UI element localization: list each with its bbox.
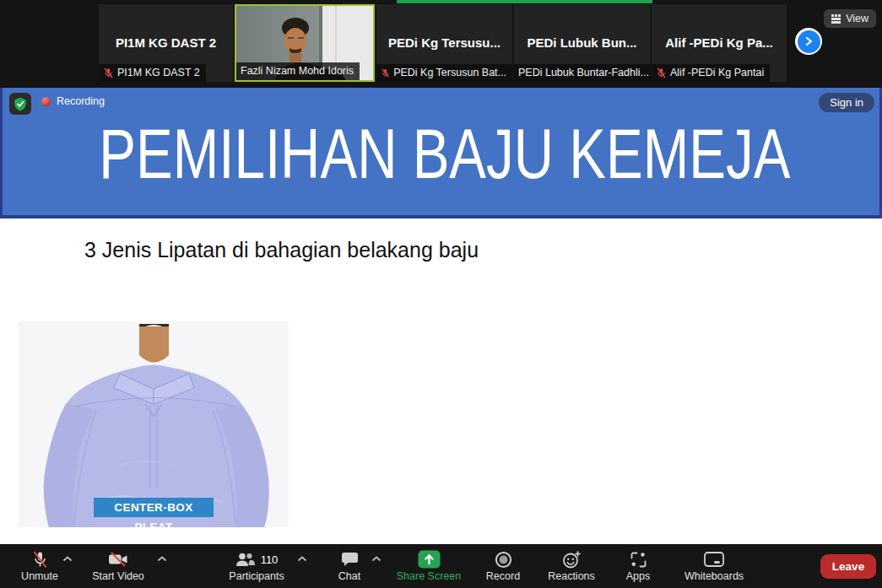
zoom-meeting-window: PI1M KG DAST 2 PI1M KG DAST 2 (0, 0, 882, 588)
participant-name-label: PEDi Lubuk Buntar-Fadhli... (514, 64, 650, 82)
reactions-button[interactable]: Reactions (544, 544, 599, 588)
participant-tile[interactable]: PEDi Lubuk Bun... PEDi Lubuk Buntar-Fadh… (514, 4, 650, 82)
participants-options-caret-icon[interactable] (297, 556, 307, 562)
gallery-view-icon (831, 14, 841, 24)
leave-button[interactable]: Leave (820, 554, 876, 579)
chevron-right-icon (803, 35, 814, 47)
slide-title-band: PEMILIHAN BAJU KEMEJA Recording Sign in (0, 88, 882, 218)
record-button[interactable]: Record (479, 544, 527, 588)
participants-button[interactable]: 110 Participants (216, 544, 297, 588)
participant-name-label: PI1M KG DAST 2 (99, 64, 206, 82)
participant-tile[interactable]: PEDi Kg Tersusu... PEDi Kg Tersusun Bat.… (376, 4, 512, 82)
chat-button[interactable]: Chat (327, 544, 371, 588)
participant-display-name: PEDi Kg Tersusu... (376, 35, 512, 50)
whiteboard-icon (704, 552, 724, 568)
sign-in-button[interactable]: Sign in (819, 93, 874, 112)
meeting-toolbar: Unmute Start Video (0, 544, 882, 588)
screen-share-green-border (397, 0, 652, 3)
participant-label-text: PEDi Kg Tersusun Bat... (393, 67, 506, 78)
participant-label-text: PEDi Lubuk Buntar-Fadhli... (518, 67, 649, 78)
mic-muted-icon (656, 67, 667, 78)
slide-heading: 3 Jenis Lipatan di bahagian belakang baj… (84, 238, 479, 262)
video-options-caret-icon[interactable] (157, 556, 167, 562)
participant-tiles: PI1M KG DAST 2 PI1M KG DAST 2 (99, 4, 787, 82)
participant-name-label: PEDi Kg Tersusun Bat... (376, 64, 512, 82)
view-button[interactable]: View (824, 9, 876, 28)
participant-label-text: Fazli Nizam Mohd Idoris (241, 65, 354, 77)
reactions-smiley-icon (562, 551, 582, 569)
next-participants-page-button[interactable] (795, 28, 822, 55)
unmute-options-caret-icon[interactable] (62, 556, 73, 562)
security-shield-icon (14, 97, 27, 111)
video-off-icon (108, 552, 128, 567)
share-screen-button[interactable]: Share Screen (390, 544, 468, 588)
apps-icon (630, 551, 647, 569)
shirt-back-image: CENTER-BOX PLEAT (19, 321, 289, 527)
participant-tile-video[interactable]: Fazli Nizam Mohd Idoris (235, 4, 375, 82)
mic-muted-icon (103, 67, 114, 78)
participants-icon (235, 552, 256, 568)
mic-muted-icon (381, 67, 390, 78)
shirt-back-illustration (19, 321, 289, 527)
shared-screen-content: PEMILIHAN BAJU KEMEJA Recording Sign in … (0, 88, 882, 544)
view-button-label: View (846, 13, 868, 24)
mic-muted-icon (32, 551, 48, 569)
participant-display-name: PI1M KG DAST 2 (99, 35, 233, 50)
participant-filmstrip: PI1M KG DAST 2 PI1M KG DAST 2 (0, 0, 882, 88)
participant-label-text: PI1M KG DAST 2 (117, 67, 200, 78)
participant-display-name: Alif -PEDi Kg Pa... (652, 35, 787, 50)
recording-dot-icon (41, 97, 51, 106)
chat-options-caret-icon[interactable] (371, 556, 381, 562)
recording-indicator: Recording (41, 95, 105, 107)
shirt-image-caption-badge: CENTER-BOX PLEAT (94, 498, 214, 517)
share-screen-icon (418, 550, 441, 569)
slide-body: 3 Jenis Lipatan di bahagian belakang baj… (0, 222, 882, 544)
participant-tile[interactable]: Alif -PEDi Kg Pa... Alif -PEDi Kg Pantai (652, 4, 787, 82)
recording-label: Recording (57, 95, 105, 107)
participant-display-name: PEDi Lubuk Bun... (514, 35, 650, 50)
apps-button[interactable]: Apps (616, 544, 660, 588)
whiteboards-button[interactable]: Whiteboards (674, 544, 755, 588)
unmute-button[interactable]: Unmute (15, 544, 64, 588)
participant-name-label: Alif -PEDi Kg Pantai (652, 64, 770, 82)
meeting-info-shield-button[interactable] (9, 93, 31, 115)
participant-tile[interactable]: PI1M KG DAST 2 PI1M KG DAST 2 (99, 4, 233, 82)
record-icon (495, 551, 512, 569)
slide-title: PEMILIHAN BAJU KEMEJA (99, 118, 782, 189)
participant-label-text: Alif -PEDi Kg Pantai (670, 67, 764, 78)
participant-name-label: Fazli Nizam Mohd Idoris (236, 62, 360, 80)
participants-count: 110 (261, 553, 279, 566)
start-video-button[interactable]: Start Video (83, 544, 154, 588)
chat-bubble-icon (341, 551, 359, 568)
